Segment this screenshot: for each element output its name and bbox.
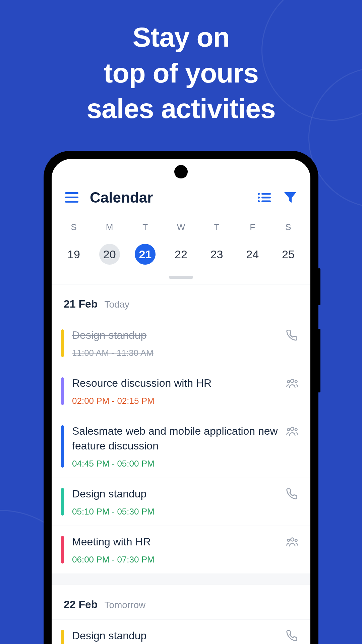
event-row[interactable]: Design standup05:10 PM - 05:30 PM [52,478,310,526]
day-column[interactable]: F24 [240,222,265,265]
day-number[interactable]: 25 [278,244,299,265]
svg-rect-0 [65,192,78,194]
section-date: 21 Feb [64,298,98,310]
day-column[interactable]: M20 [97,222,122,265]
day-letter: W [177,222,185,232]
event-time: 05:10 PM - 05:30 PM [72,506,278,517]
event-title: Design standup [72,328,278,342]
event-color-bar [61,425,64,467]
section-header: 21 FebToday [52,284,310,319]
week-strip[interactable]: S19M20T21W22T23F24S25 [52,206,310,265]
svg-point-7 [258,200,260,202]
event-row[interactable]: Resource discussion with HR02:00 PM - 02… [52,367,310,415]
svg-rect-6 [261,197,271,199]
day-letter: M [106,222,113,232]
day-letter: T [142,222,148,232]
menu-button[interactable] [64,190,80,206]
phone-icon [286,488,298,501]
day-number[interactable]: 22 [171,244,191,265]
day-column[interactable]: S19 [61,222,86,265]
view-list-button[interactable] [256,190,272,206]
section-date: 22 Feb [64,598,98,611]
day-letter: F [250,222,255,232]
svg-rect-1 [65,197,78,198]
event-time: 04:45 PM - 05:00 PM [72,459,278,469]
event-color-bar [61,377,64,405]
svg-rect-4 [261,193,271,195]
event-time: 02:00 PM - 02:15 PM [72,396,278,406]
day-number[interactable]: 21 [135,244,156,265]
event-title: Design standup [72,487,278,501]
day-column[interactable]: S25 [276,222,301,265]
event-color-bar [61,630,64,644]
page-title: Calendar [90,189,246,206]
event-color-bar [61,329,64,357]
event-title: Meeting with HR [72,535,278,549]
event-row[interactable]: Design standup11:00 AM - 11:30 AM [52,620,310,644]
phone-screen: Calendar S19M20T21W22T23F24S25 21 FebTod… [52,159,310,644]
event-title: Design standup [72,629,278,643]
phone-frame: Calendar S19M20T21W22T23F24S25 21 FebTod… [44,151,318,644]
day-column[interactable]: T23 [204,222,230,265]
phone-icon [286,329,298,343]
event-title: Salesmate web and mobile application new… [72,424,278,453]
day-number[interactable]: 20 [99,244,120,265]
section-relative: Today [104,299,129,310]
day-column[interactable]: W22 [168,222,194,265]
svg-point-5 [258,197,260,199]
section-header: 22 FebTomorrow [52,585,310,620]
day-number[interactable]: 19 [63,244,84,265]
people-icon [286,377,298,391]
section-relative: Tomorrow [104,600,145,610]
event-time: 06:00 PM - 07:30 PM [72,554,278,565]
event-color-bar [61,488,64,516]
filter-icon [284,192,297,204]
event-color-bar [61,536,64,564]
drag-handle[interactable] [169,276,193,279]
svg-rect-8 [261,201,271,202]
day-column[interactable]: T21 [132,222,158,265]
list-icon [257,193,271,203]
svg-point-3 [258,193,260,195]
phone-icon [286,630,298,643]
day-letter: S [285,222,291,232]
day-letter: S [71,222,76,232]
svg-rect-2 [65,201,78,203]
event-time: 11:00 AM - 11:30 AM [72,348,278,358]
hamburger-icon [65,192,78,203]
day-number[interactable]: 24 [242,244,263,265]
day-number[interactable]: 23 [206,244,227,265]
people-icon [286,425,298,439]
filter-button[interactable] [282,190,298,206]
event-row[interactable]: Meeting with HR06:00 PM - 07:30 PM [52,526,310,574]
event-title: Resource discussion with HR [72,376,278,390]
event-row[interactable]: Design standup11:00 AM - 11:30 AM [52,319,310,367]
people-icon [286,536,298,549]
day-letter: T [214,222,220,232]
event-row[interactable]: Salesmate web and mobile application new… [52,415,310,477]
